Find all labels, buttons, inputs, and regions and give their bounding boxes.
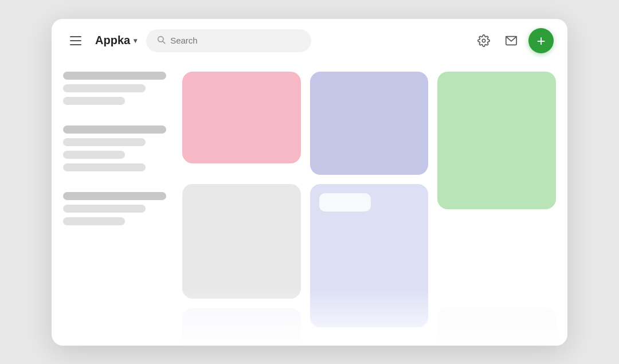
card-grid <box>182 72 556 346</box>
search-input[interactable] <box>170 36 300 45</box>
card-area <box>178 62 567 346</box>
main-content <box>52 62 567 346</box>
sidebar-gap <box>63 114 166 121</box>
card-green[interactable] <box>437 72 556 209</box>
sidebar-item[interactable] <box>63 138 146 146</box>
app-title[interactable]: Appka ▾ <box>95 34 137 47</box>
menu-line-1 <box>70 36 81 37</box>
sidebar-group-1 <box>63 72 166 105</box>
card-gray[interactable] <box>182 184 301 299</box>
header-actions: + <box>473 28 554 53</box>
sidebar-item[interactable] <box>63 126 166 134</box>
card-purple[interactable] <box>310 72 429 175</box>
sidebar-item[interactable] <box>63 151 125 159</box>
card-light-purple[interactable] <box>310 184 429 327</box>
svg-line-1 <box>163 41 165 44</box>
gear-icon <box>477 34 490 47</box>
sidebar-item[interactable] <box>63 192 166 200</box>
search-bar[interactable] <box>146 29 311 52</box>
plus-icon: + <box>536 33 545 48</box>
card-faded-2 <box>437 308 556 346</box>
chevron-down-icon: ▾ <box>134 37 137 45</box>
sidebar-item[interactable] <box>63 163 146 171</box>
search-icon <box>156 35 166 46</box>
sidebar-item[interactable] <box>63 205 146 213</box>
svg-point-2 <box>482 39 485 42</box>
mail-button[interactable] <box>501 30 522 51</box>
sidebar-item[interactable] <box>63 97 125 105</box>
sidebar-item[interactable] <box>63 217 125 225</box>
mail-icon <box>505 34 518 47</box>
menu-button[interactable] <box>65 30 86 51</box>
sidebar-item[interactable] <box>63 72 166 80</box>
settings-button[interactable] <box>473 30 494 51</box>
header: Appka ▾ <box>52 19 567 62</box>
sidebar-group-2 <box>63 126 166 171</box>
card-pink[interactable] <box>182 72 301 163</box>
menu-line-2 <box>70 40 81 41</box>
add-button[interactable]: + <box>528 28 554 53</box>
app-title-text: Appka <box>95 34 130 47</box>
menu-line-3 <box>70 44 81 45</box>
sidebar-group-3 <box>63 192 166 225</box>
app-window: Appka ▾ <box>52 19 567 346</box>
sidebar <box>52 62 178 346</box>
card-faded-1 <box>182 308 301 346</box>
card-inner-element <box>319 193 371 212</box>
sidebar-gap-2 <box>63 181 166 187</box>
sidebar-item[interactable] <box>63 84 146 92</box>
